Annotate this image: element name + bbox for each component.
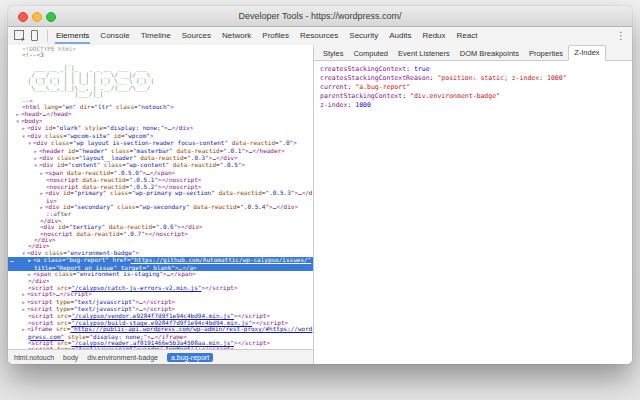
expand-arrow-icon[interactable]: ▶: [26, 258, 33, 264]
property-value: "position: static; z-index: 1000": [437, 74, 566, 82]
toolbar-tab-elements[interactable]: Elements: [55, 28, 90, 44]
zoom-button[interactable]: [46, 12, 56, 22]
syntax-token: data-reactid: [173, 161, 216, 168]
syntax-token: </span: [150, 169, 172, 176]
toolbar-tab-console[interactable]: Console: [99, 28, 130, 44]
syntax-token: ".0.3": [187, 154, 209, 161]
toolbar-tab-profiles[interactable]: Profiles: [261, 28, 290, 44]
property-row: current: "a.bug-report": [320, 83, 626, 92]
syntax-token: >: [293, 139, 297, 146]
syntax-token: ".0.1": [223, 147, 245, 154]
syntax-token: </script: [143, 298, 172, 305]
selected-row-ellipsis: …: [10, 257, 15, 263]
dom-code: <span data-reactid=".0.5.0">…</span>: [45, 169, 175, 176]
sidebar-tabs: StylesComputedEvent ListenersDOM Breakpo…: [314, 45, 632, 61]
syntax-token: </head: [46, 110, 68, 117]
syntax-token: >: [269, 203, 273, 210]
sidebar-tab-event-listeners[interactable]: Event Listeners: [393, 47, 455, 61]
syntax-token: class: [111, 147, 129, 154]
elements-panel: <!DOCTYPE html><!--<3 _ ___ __ _| |_ _ _…: [8, 45, 314, 364]
breadcrumb-item[interactable]: a.bug-report: [167, 353, 213, 362]
syntax-token: </header: [252, 147, 281, 154]
syntax-token: ".0": [279, 139, 293, 146]
syntax-token: "wp-content": [126, 161, 169, 168]
dom-tree-row[interactable]: ▶<a class="bug-report" href="https://git…: [8, 257, 313, 271]
property-name: current: [320, 83, 347, 91]
sidebar-tab-styles[interactable]: Styles: [318, 47, 348, 61]
syntax-token: class: [44, 256, 62, 263]
syntax-token: </noscript: [148, 230, 184, 237]
overflow-menu-icon[interactable]: ⋮: [616, 31, 626, 41]
minimize-button[interactable]: [32, 12, 42, 22]
dom-code: <iframe src="https://public-api.wordpres…: [27, 325, 312, 339]
syntax-token: >: [192, 270, 196, 277]
sidebar-tab-properties[interactable]: Properties: [524, 47, 568, 61]
sidebar-tab-computed[interactable]: Computed: [348, 47, 393, 61]
syntax-token: >: [294, 189, 298, 196]
syntax-token: ".0.5.3": [265, 189, 294, 196]
toolbar-tab-network[interactable]: Network: [221, 28, 252, 44]
breadcrumb-item[interactable]: html.notouch: [14, 354, 54, 361]
syntax-token: href: [113, 256, 127, 263]
syntax-token: <span: [33, 270, 51, 277]
toolbar-tab-sources[interactable]: Sources: [181, 28, 212, 44]
toolbar-tab-timeline[interactable]: Timeline: [140, 28, 172, 44]
dom-tree-row[interactable]: <!--<3: [8, 52, 313, 58]
syntax-token: <head: [21, 110, 39, 117]
toolbar-tab-security[interactable]: Security: [348, 28, 379, 44]
zindex-properties: createsStackingContext: truecreatesStack…: [314, 61, 632, 114]
device-toolbar-icon[interactable]: [31, 30, 38, 43]
property-row: z-index: 1000: [320, 101, 626, 110]
expand-arrow-icon[interactable]: ▶: [20, 327, 27, 333]
syntax-token: <div: [39, 161, 53, 168]
dom-tree-row[interactable]: ▶<head>…</head>: [8, 111, 313, 118]
syntax-token: >: [164, 124, 168, 131]
toolbar-tab-redux[interactable]: Redux: [421, 28, 446, 44]
toolbar-tab-react[interactable]: React: [456, 28, 479, 44]
syntax-token: ".0.5.0": [114, 169, 143, 176]
close-button[interactable]: [18, 12, 28, 22]
dom-tree-row[interactable]: ▶<div id="primary" class="wp-primary wp-…: [8, 190, 313, 204]
calypso-ascii-art: _ ___ __ _| |_ _ _ __ ___ ___ / __/ _` |…: [8, 59, 313, 98]
syntax-token: >: [52, 236, 56, 243]
dom-tree-row[interactable]: ▶<span class="environment is-staging">…<…: [8, 271, 313, 278]
syntax-token: data-reactid: [176, 147, 219, 154]
syntax-token: class: [116, 103, 134, 110]
syntax-token: >: [294, 203, 298, 210]
expand-arrow-icon[interactable]: ▶: [38, 191, 45, 197]
syntax-token: >: [266, 339, 270, 346]
dom-tree-row[interactable]: ▶<iframe src="https://public-api.wordpre…: [8, 326, 313, 340]
dom-code: <header id="header" class="masterbar" da…: [39, 147, 285, 154]
sidebar-tab-dom-breakpoints[interactable]: DOM Breakpoints: [455, 47, 524, 61]
syntax-token: <div: [33, 139, 47, 146]
syntax-token: >: [190, 124, 194, 131]
property-name: parentStackingContext: [320, 92, 402, 100]
syntax-token: <script: [27, 298, 52, 305]
syntax-token: id: [63, 189, 70, 196]
breadcrumb-item[interactable]: body: [63, 354, 78, 361]
dom-tree: <!DOCTYPE html><!--<3 _ ___ __ _| |_ _ _…: [8, 45, 313, 350]
sidebar-tab-z-index[interactable]: Z-Index: [568, 45, 605, 61]
breadcrumb-item[interactable]: div.environment-badge: [87, 354, 158, 361]
syntax-token: "layout__loader": [79, 154, 137, 161]
syntax-token: <div: [27, 132, 41, 139]
syntax-token: >: [52, 290, 56, 297]
syntax-token: "wpcom-site": [67, 132, 110, 139]
property-name: z-index: [320, 101, 347, 109]
syntax-token: "bug-report": [66, 256, 109, 263]
window-title: Developer Tools - https://wordpress.com/: [239, 11, 402, 21]
toolbar-tab-audits[interactable]: Audits: [388, 28, 412, 44]
inspect-element-icon[interactable]: [14, 30, 24, 42]
syntax-token: type: [56, 298, 70, 305]
window-controls: [18, 12, 56, 22]
syntax-token: </div: [172, 124, 190, 131]
syntax-token: </div: [276, 203, 294, 210]
window-titlebar[interactable]: Developer Tools - https://wordpress.com/: [8, 6, 632, 27]
syntax-token: "environment-badge": [67, 249, 136, 256]
syntax-token: >: [172, 305, 176, 312]
syntax-token: "wp layout is-section-reader focus-conte…: [73, 139, 228, 146]
toolbar-tab-resources[interactable]: Resources: [299, 28, 339, 44]
dom-code: <div class="environment-badge">: [27, 249, 139, 256]
syntax-token: "header": [79, 147, 108, 154]
styles-sidebar: StylesComputedEvent ListenersDOM Breakpo…: [314, 45, 632, 364]
